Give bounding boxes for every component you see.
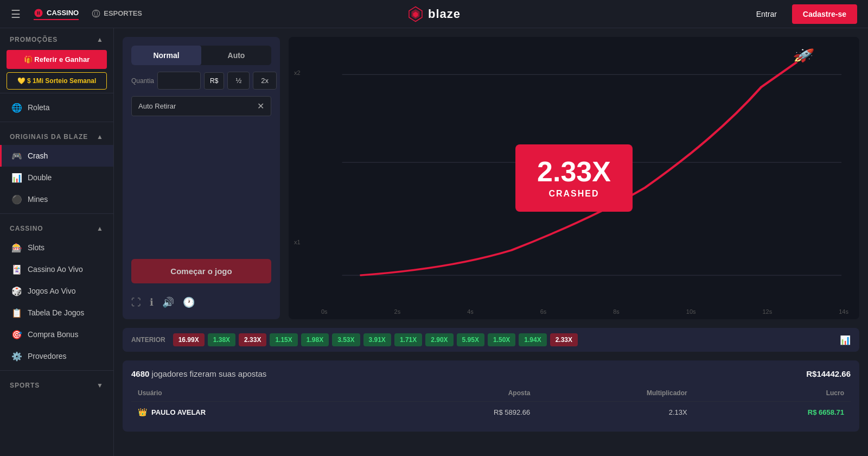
entrar-button[interactable]: Entrar [748,5,786,23]
x-label-14s: 14s [839,308,848,315]
history-badge[interactable]: 2.33X [550,333,578,346]
sidebar-item-tabela-de-jogos[interactable]: 📋 Tabela De Jogos [0,302,113,324]
info-icon[interactable]: ℹ [150,296,154,308]
aposta-cell: R$ 5892.66 [373,407,530,417]
history-badge[interactable]: 1.38X [208,333,235,346]
quantia-input[interactable] [157,72,201,90]
bets-header: 4680 jogadores fizeram suas apostas R$14… [131,369,851,378]
bets-rows: 👑 PAULO AVELAR R$ 5892.66 2.13X R$ 6658.… [131,402,851,423]
nav-esportes[interactable]: ESPORTES [92,9,142,19]
blaze-logo-icon [407,6,424,22]
sidebar-section-header-cassino[interactable]: CASSINO ▲ [0,217,113,237]
sidebar-item-roleta[interactable]: 🌐 Roleta [0,97,113,118]
hamburger-icon[interactable]: ☰ [11,8,21,21]
col-header-multi: Multiplicador [530,389,687,397]
half-button[interactable]: ½ [227,72,250,90]
referir-ganhar-button[interactable]: 🎁 Referir e Ganhar [7,50,107,69]
x-label-10s: 10s [686,308,696,315]
crash-multiplier: 2.33X [537,157,611,186]
sorteio-semanal-button[interactable]: 💛 $ 1Mi Sorteio Semanal [7,72,107,90]
chart-stats-icon[interactable]: 📊 [840,335,851,345]
history-badge[interactable]: 3.53X [332,333,360,346]
x-label-12s: 12s [763,308,773,315]
mines-icon: ⚫ [11,194,22,205]
jogos-ao-vivo-icon: 🎲 [11,286,22,296]
history-badge[interactable]: 2.33X [239,333,266,346]
bet-tabs: Normal Auto [131,46,271,65]
history-badge[interactable]: 1.15X [270,333,297,346]
tab-normal[interactable]: Normal [131,46,201,65]
history-badge[interactable]: 2.90X [425,333,453,346]
x-label-6s: 6s [540,308,547,315]
history-badge[interactable]: 1.94X [519,333,546,346]
bets-section: 4680 jogadores fizeram suas apostas R$14… [123,360,859,432]
username: PAULO AVELAR [151,408,206,416]
history-badge[interactable]: 1.71X [394,333,422,346]
sidebar-item-jogos-ao-vivo[interactable]: 🎲 Jogos Ao Vivo [0,280,113,302]
crash-chart: 🚀 x2 x1 0s 2s 4s 6s 8s 10s 12s 14s [289,37,859,319]
bets-total: R$14442.66 [806,369,851,378]
fullscreen-icon[interactable]: ⛶ [131,297,141,308]
double-button[interactable]: 2x [253,72,277,90]
divider-2 [0,122,113,122]
history-badge[interactable]: 5.95X [457,333,484,346]
x-label-2s: 2s [394,308,401,315]
divider-4 [0,370,113,371]
col-header-aposta: Aposta [373,389,530,397]
sidebar-item-compra-bonus[interactable]: 🎯 Compra Bonus [0,324,113,345]
svg-point-0 [93,10,100,17]
tab-auto[interactable]: Auto [201,46,271,65]
nav-casino[interactable]: CASSINO [34,8,79,20]
sidebar-section-header-promocoes[interactable]: PROMOÇÕES ▲ [0,28,113,48]
svg-text:🚀: 🚀 [793,48,815,63]
auto-retirar-label: Auto Retirar [138,102,176,110]
x-label-0s: 0s [321,308,328,315]
bets-table-header: Usuário Aposta Multiplicador Lucro [131,385,851,402]
history-badge[interactable]: 1.98X [301,333,329,346]
slots-icon: 🎰 [11,242,22,253]
sidebar-item-mines[interactable]: ⚫ Mines [0,188,113,210]
y-label-x1: x1 [294,239,301,245]
sidebar-section-cassino: CASSINO ▲ 🎰 Slots 🃏 Cassino Ao Vivo 🎲 Jo… [0,217,113,367]
sidebar: PROMOÇÕES ▲ 🎁 Referir e Ganhar 💛 $ 1Mi S… [0,28,114,456]
bet-panel: Normal Auto Quantia R$ ½ 2x Auto Retirar… [123,37,280,319]
divider-1 [0,93,113,93]
sidebar-section-header-originais[interactable]: ORIGINAIS DA BLAZE ▲ [0,125,113,145]
cassino-ao-vivo-icon: 🃏 [11,264,22,275]
content-area: Normal Auto Quantia R$ ½ 2x Auto Retirar… [114,28,868,456]
col-header-usuario: Usuário [138,389,373,397]
multi-cell: 2.13X [530,407,687,417]
sidebar-item-slots[interactable]: 🎰 Slots [0,237,113,258]
user-cell: 👑 PAULO AVELAR [138,408,373,416]
history-badge[interactable]: 3.91X [363,333,391,346]
main-layout: PROMOÇÕES ▲ 🎁 Referir e Ganhar 💛 $ 1Mi S… [0,28,868,456]
cadastro-button[interactable]: Cadastre-se [792,4,857,24]
topnav: ☰ CASSINO ESPORTES blaze Entrar Cadastre… [0,0,868,28]
crash-overlay: 2.33X CRASHED [515,144,633,212]
history-badge[interactable]: 16.99X [173,333,205,346]
lucro-value: R$ 6658.71 [808,408,844,416]
sidebar-item-cassino-ao-vivo[interactable]: 🃏 Cassino Ao Vivo [0,258,113,280]
anterior-row: ANTERIOR 16.99X1.38X2.33X1.15X1.98X3.53X… [123,328,859,352]
auto-retirar-close[interactable]: ✕ [257,101,264,111]
sidebar-section-header-sports[interactable]: SPORTS ▼ [0,374,113,394]
blaze-logo-text: blaze [428,7,461,21]
y-label-x2: x2 [294,69,301,76]
auto-retirar-row: Auto Retirar ✕ [131,96,271,116]
sidebar-section-promocoes: PROMOÇÕES ▲ 🎁 Referir e Ganhar 💛 $ 1Mi S… [0,28,113,90]
tabela-icon: 📋 [11,307,22,318]
history-icon[interactable]: 🕐 [183,296,195,308]
history-badge[interactable]: 1.50X [488,333,515,346]
divider-3 [0,213,113,214]
sidebar-item-provedores[interactable]: ⚙️ Provedores [0,345,113,367]
volume-icon[interactable]: 🔊 [162,296,174,308]
aposta-value: R$ 5892.66 [494,408,530,416]
esportes-nav-icon [92,9,100,18]
history-badges: 16.99X1.38X2.33X1.15X1.98X3.53X3.91X1.71… [173,333,834,346]
sidebar-item-crash[interactable]: 🎮 Crash [0,145,113,167]
start-game-button[interactable]: Começar o jogo [131,259,271,283]
crown-icon: 👑 [138,408,147,416]
sidebar-item-double[interactable]: 📊 Double [0,167,113,188]
topnav-right: Entrar Cadastre-se [748,4,857,24]
quantia-row: Quantia R$ ½ 2x [131,72,271,90]
